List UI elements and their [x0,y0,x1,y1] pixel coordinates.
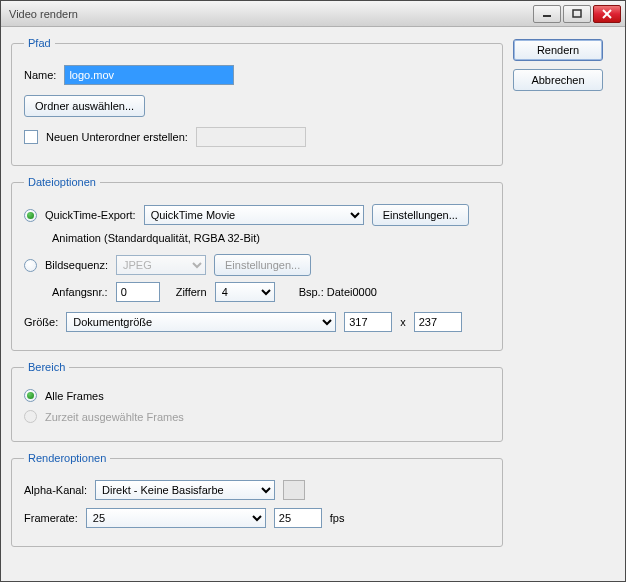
close-button[interactable] [593,5,621,23]
sequence-radio[interactable] [24,259,37,272]
quicktime-settings-button[interactable]: Einstellungen... [372,204,469,226]
maximize-button[interactable] [563,5,591,23]
window-title: Video rendern [9,8,533,20]
group-pfad: Pfad Name: Ordner auswählen... Neuen Unt… [11,37,503,166]
minimize-button[interactable] [533,5,561,23]
sequence-format-select[interactable]: JPEG [116,255,206,275]
sequence-settings-button[interactable]: Einstellungen... [214,254,311,276]
group-bereich-legend: Bereich [24,361,69,373]
new-subfolder-input[interactable] [196,127,306,147]
framerate-label: Framerate: [24,512,78,524]
selected-frames-radio [24,410,37,423]
width-input[interactable] [344,312,392,332]
alpha-color-swatch[interactable] [283,480,305,500]
svg-rect-1 [573,10,581,17]
height-input[interactable] [414,312,462,332]
group-bereich: Bereich Alle Frames Zurzeit ausgewählte … [11,361,503,442]
quicktime-radio-label: QuickTime-Export: [45,209,136,221]
dialog-window: Video rendern Pfad Name: Ord [0,0,626,582]
size-select[interactable]: Dokumentgröße [66,312,336,332]
all-frames-radio[interactable] [24,389,37,402]
quicktime-radio[interactable] [24,209,37,222]
name-label: Name: [24,69,56,81]
startnum-label: Anfangsnr.: [52,286,108,298]
group-pfad-legend: Pfad [24,37,55,49]
new-subfolder-label: Neuen Unterordner erstellen: [46,131,188,143]
choose-folder-button[interactable]: Ordner auswählen... [24,95,145,117]
all-frames-label: Alle Frames [45,390,104,402]
sequence-radio-label: Bildsequenz: [45,259,108,271]
startnum-input[interactable] [116,282,160,302]
quicktime-info: Animation (Standardqualität, RGBA 32-Bit… [52,232,260,244]
group-dateioptionen: Dateioptionen QuickTime-Export: QuickTim… [11,176,503,351]
selected-frames-label: Zurzeit ausgewählte Frames [45,411,184,423]
digits-label: Ziffern [176,286,207,298]
digits-select[interactable]: 4 [215,282,275,302]
fps-label: fps [330,512,345,524]
cancel-button[interactable]: Abbrechen [513,69,603,91]
render-button[interactable]: Rendern [513,39,603,61]
name-input[interactable] [64,65,234,85]
alpha-select[interactable]: Direkt - Keine Basisfarbe [95,480,275,500]
by-label: x [400,316,406,328]
group-dateioptionen-legend: Dateioptionen [24,176,100,188]
alpha-label: Alpha-Kanal: [24,484,87,496]
titlebar: Video rendern [1,1,625,27]
size-label: Größe: [24,316,58,328]
new-subfolder-checkbox[interactable] [24,130,38,144]
framerate-select[interactable]: 25 [86,508,266,528]
filename-example: Bsp.: Datei0000 [299,286,377,298]
group-renderoptionen-legend: Renderoptionen [24,452,110,464]
quicktime-format-select[interactable]: QuickTime Movie [144,205,364,225]
group-renderoptionen: Renderoptionen Alpha-Kanal: Direkt - Kei… [11,452,503,547]
framerate-input[interactable] [274,508,322,528]
